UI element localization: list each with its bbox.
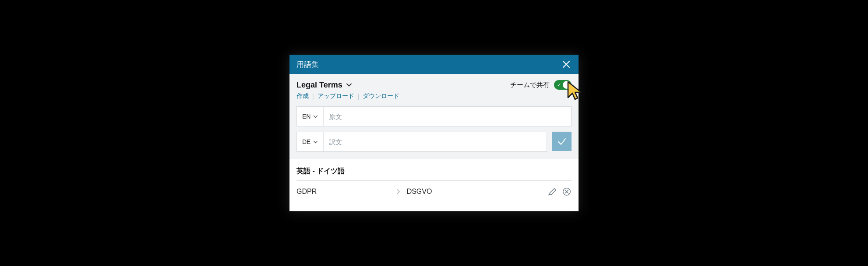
source-input[interactable] — [324, 107, 571, 126]
confirm-button[interactable] — [552, 132, 572, 151]
chevron-down-icon — [346, 82, 352, 88]
glossary-actions: 作成 | アップロード | ダウンロード — [296, 92, 572, 100]
check-icon — [556, 136, 568, 147]
delete-button[interactable] — [562, 187, 572, 196]
share-toggle[interactable]: ✓ — [554, 80, 572, 90]
entry-target: DSGVO — [407, 188, 548, 196]
create-link[interactable]: 作成 — [296, 92, 309, 100]
target-lang-label: DE — [302, 138, 311, 145]
check-icon: ✓ — [557, 83, 561, 88]
delete-icon — [562, 187, 572, 196]
entries-section: 英語 - ドイツ語 GDPR DSGVO — [289, 159, 579, 211]
upload-link[interactable]: アップロード — [318, 92, 354, 100]
edit-icon — [548, 187, 557, 196]
toggle-knob — [563, 81, 571, 89]
target-field-wrap: DE — [296, 132, 547, 152]
language-pair-heading: 英語 - ドイツ語 — [296, 167, 572, 181]
separator: | — [312, 93, 314, 100]
panel-title: 用語集 — [296, 60, 319, 70]
entry-actions — [548, 187, 572, 196]
chevron-down-icon — [313, 114, 318, 119]
source-field-wrap: EN — [296, 106, 572, 126]
close-icon — [562, 60, 570, 68]
title-row: Legal Terms チームで共有 ✓ — [296, 80, 572, 90]
entry-source: GDPR — [296, 188, 395, 196]
close-button[interactable] — [561, 59, 572, 70]
separator: | — [358, 93, 360, 100]
source-row: EN — [296, 106, 572, 126]
share-label: チームで共有 — [510, 81, 550, 89]
chevron-down-icon — [313, 140, 318, 144]
panel-header: 用語集 — [289, 55, 579, 74]
target-input[interactable] — [324, 132, 547, 151]
entry-row: GDPR DSGVO — [296, 181, 572, 196]
target-lang-select[interactable]: DE — [297, 132, 324, 151]
source-lang-label: EN — [302, 113, 311, 120]
source-lang-select[interactable]: EN — [297, 107, 324, 126]
glossary-panel: 用語集 Legal Terms チームで共有 ✓ — [289, 55, 579, 211]
subheader: Legal Terms チームで共有 ✓ 作成 | アップロード | ダウンロー… — [289, 74, 579, 159]
share-toggle-row: チームで共有 ✓ — [510, 80, 572, 90]
arrow-right-icon — [395, 189, 401, 194]
edit-button[interactable] — [548, 187, 557, 196]
glossary-name-label: Legal Terms — [296, 80, 342, 90]
target-row: DE — [296, 132, 572, 152]
input-zone: EN DE — [296, 106, 572, 152]
download-link[interactable]: ダウンロード — [363, 92, 399, 100]
glossary-selector[interactable]: Legal Terms — [296, 80, 352, 90]
